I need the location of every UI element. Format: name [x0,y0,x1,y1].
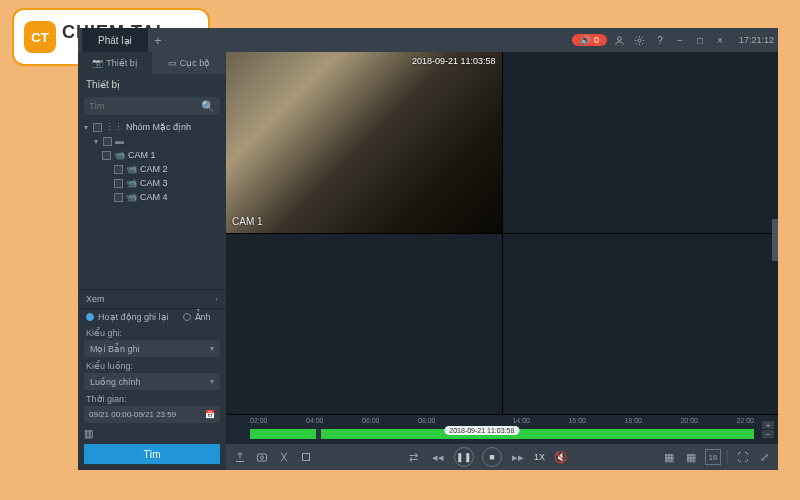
checkbox[interactable] [114,193,123,202]
nvr-icon: ▬ [115,136,124,146]
tick-label: 02:00 [250,417,268,427]
tree-cam-4[interactable]: 📹 CAM 4 [78,190,226,204]
chevron-down-icon: ▾ [210,377,214,386]
layout-1-icon[interactable]: ▦ [661,449,677,465]
export-icon[interactable] [232,449,248,465]
caret-down-icon: ▼ [92,138,100,145]
camera-icon: 📹 [114,150,125,160]
forward-button[interactable]: ▸▸ [510,449,526,465]
video-frame [226,52,502,233]
svg-rect-2 [258,454,267,461]
search-icon: 🔍 [201,100,215,113]
camera-icon: 📹 [126,164,137,174]
radio-image[interactable] [183,313,191,321]
close-button[interactable]: × [713,33,727,47]
tree-cam-label: CAM 4 [140,192,168,202]
clock: 17:21:12 [739,35,774,45]
tree-cam-label: CAM 2 [140,164,168,174]
svg-point-1 [639,39,642,42]
stream-type-label: Kiểu luồng: [78,358,226,372]
checkbox[interactable] [103,137,112,146]
camera-icon: 📹 [126,178,137,188]
side-panel-toggle[interactable] [772,219,778,261]
settings-icon[interactable] [633,33,647,47]
volume-icon: 🔊 [580,35,591,45]
add-tab-button[interactable]: + [148,33,168,48]
chevron-down-icon: ▾ [210,344,214,353]
crop-icon[interactable] [298,449,314,465]
svg-rect-4 [303,454,310,461]
calendar-toggle[interactable]: ▥ [84,426,220,440]
tree-cam-2[interactable]: 📹 CAM 2 [78,162,226,176]
minimize-button[interactable]: − [673,33,687,47]
time-range-label: Thời gian: [78,391,226,405]
mute-icon[interactable]: 🔇 [553,449,569,465]
device-icon: 📷 [92,58,103,68]
video-cell-2[interactable] [503,52,779,233]
checkbox[interactable] [114,165,123,174]
time-range-input[interactable]: 09/21 00:00-09/21 23:59 📅 [84,406,220,423]
help-icon[interactable]: ? [653,33,667,47]
search-box[interactable]: 🔍 [84,97,220,115]
find-button-label: Tìm [143,449,160,460]
app-window: Phát lại + 🔊 0 ? − □ × 17:21:12 📷 Thiết … [78,28,778,470]
stream-type-select[interactable]: Luồng chính ▾ [84,373,220,390]
rewind-button[interactable]: ◂◂ [430,449,446,465]
tick-label: 22:00 [736,417,754,427]
search-input[interactable] [89,101,201,111]
notification-count: 0 [594,35,599,45]
checkbox[interactable] [93,123,102,132]
timeline-zoom-in[interactable]: + [762,421,774,429]
separator [727,450,728,464]
layout-4-icon[interactable]: ▦ [683,449,699,465]
playback-speed[interactable]: 1X [534,452,545,462]
tree-group-label: Nhóm Mặc định [126,122,191,132]
tree-device[interactable]: ▼ ▬ [78,134,226,148]
notification-badge[interactable]: 🔊 0 [572,34,607,46]
tree-cam-3[interactable]: 📹 CAM 3 [78,176,226,190]
calendar-icon: 📅 [205,410,215,419]
layout-16-icon[interactable]: 16 [705,449,721,465]
tree-group[interactable]: ▼ ⋮⋮ Nhóm Mặc định [78,120,226,134]
video-grid: 2018-09-21 11:03:58 CAM 1 [226,52,778,414]
snapshot-icon[interactable] [254,449,270,465]
sidebar: 📷 Thiết bị ▭ Cục bộ Thiết bị 🔍 ▼ ⋮⋮ Nhóm [78,52,226,470]
user-icon[interactable] [613,33,627,47]
video-cell-1[interactable]: 2018-09-21 11:03:58 CAM 1 [226,52,502,233]
content-area: 2018-09-21 11:03:58 CAM 1 02:00 04:00 06… [226,52,778,470]
tree-cam-1[interactable]: 📹 CAM 1 [78,148,226,162]
clip-icon[interactable] [276,449,292,465]
pause-button[interactable]: ❚❚ [454,447,474,467]
checkbox[interactable] [102,151,111,160]
fullscreen-icon[interactable]: ⛶ [734,449,750,465]
video-cell-3[interactable] [226,234,502,415]
caret-down-icon: ▼ [82,124,90,131]
video-camera-label: CAM 1 [232,216,263,227]
sidebar-tab-device[interactable]: 📷 Thiết bị [78,52,152,74]
maximize-button[interactable]: □ [693,33,707,47]
checkbox[interactable] [114,179,123,188]
stretch-icon[interactable]: ⤢ [756,449,772,465]
sync-play-icon[interactable]: ⇄ [406,449,422,465]
timeline-zoom-out[interactable]: − [762,430,774,438]
record-type-value: Mọi Bản ghi [90,344,140,354]
video-timestamp: 2018-09-21 11:03:58 [412,56,496,66]
chevron-right-icon: › [215,295,218,304]
video-cell-4[interactable] [503,234,779,415]
radio-recording[interactable] [86,313,94,321]
tab-playback[interactable]: Phát lại [82,28,148,52]
titlebar: Phát lại + 🔊 0 ? − □ × 17:21:12 [78,28,778,52]
timeline-playhead-bubble: 2018-09-21 11:03:58 [444,426,519,435]
stop-button[interactable]: ■ [482,447,502,467]
timeline-track[interactable]: 2018-09-21 11:03:58 [250,429,754,439]
timeline[interactable]: 02:00 04:00 06:00 08:00 14:00 16:00 18:0… [226,414,778,444]
view-section-header[interactable]: Xem › [78,290,226,308]
sidebar-tab-local[interactable]: ▭ Cục bộ [152,52,226,74]
tick-label: 18:00 [624,417,642,427]
sidebar-tab-local-label: Cục bộ [180,58,211,68]
tick-label: 20:00 [680,417,698,427]
record-type-select[interactable]: Mọi Bản ghi ▾ [84,340,220,357]
find-button[interactable]: Tìm [84,444,220,464]
folder-icon: ▭ [168,58,177,68]
device-tree: ▼ ⋮⋮ Nhóm Mặc định ▼ ▬ 📹 CAM 1 [78,117,226,289]
